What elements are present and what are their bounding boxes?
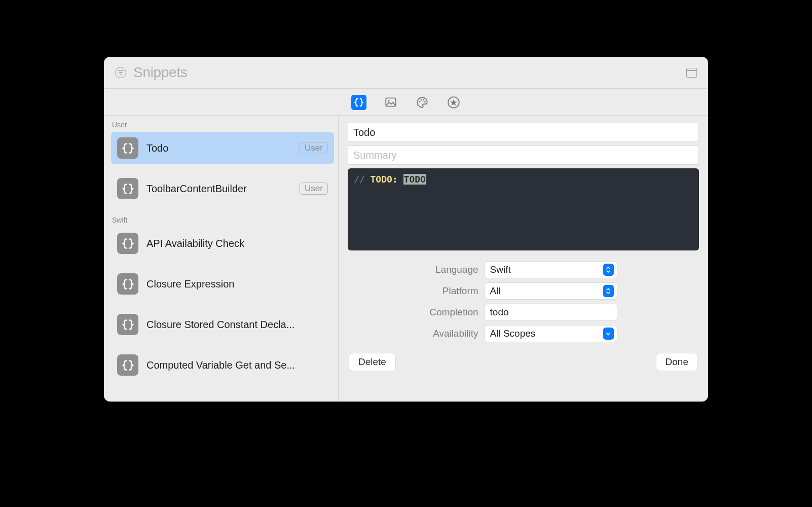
media-tab[interactable]: [384, 95, 398, 110]
chevrons-icon: [603, 285, 614, 297]
colors-tab[interactable]: [415, 95, 429, 110]
language-value: Swift: [490, 264, 511, 275]
snippet-row-closure-expression[interactable]: Closure Expression: [111, 268, 334, 300]
completion-input[interactable]: [490, 304, 614, 320]
user-badge: User: [300, 142, 328, 154]
snippet-summary-input[interactable]: [348, 146, 699, 165]
braces-icon: [117, 314, 138, 335]
chevron-down-icon: [603, 328, 614, 340]
snippet-editor: // TODO: TODO Language Swift Platform Al…: [339, 116, 708, 402]
completion-input-wrap: [485, 304, 617, 321]
snippet-row-todo[interactable]: Todo User: [111, 132, 334, 164]
platform-value: All: [490, 285, 501, 297]
window-layout-icon[interactable]: [686, 68, 697, 78]
braces-icon: [117, 273, 138, 295]
language-label: Language: [429, 264, 478, 275]
section-header-user: User: [104, 118, 338, 132]
braces-icon: [117, 137, 138, 159]
platform-label: Platform: [429, 285, 478, 297]
snippet-title: ToolbarContentBuilder: [146, 183, 291, 195]
filter-icon[interactable]: [115, 67, 126, 78]
availability-label: Availability: [429, 328, 478, 339]
braces-icon: [117, 233, 138, 254]
snippet-title: API Availability Check: [146, 238, 328, 249]
snippet-code-editor[interactable]: // TODO: TODO: [348, 168, 699, 250]
section-header-swift: Swift: [104, 213, 338, 227]
snippet-title: Computed Variable Get and Se...: [146, 359, 328, 371]
snippets-window: Snippets User Todo User: [104, 57, 708, 402]
completion-label: Completion: [429, 307, 478, 318]
platform-select[interactable]: All: [485, 282, 617, 300]
braces-icon: [117, 178, 138, 199]
library-tabbar: [104, 89, 708, 115]
window-title: Snippets: [133, 64, 188, 81]
language-select[interactable]: Swift: [485, 261, 617, 278]
availability-value: All Scopes: [490, 328, 536, 339]
snippets-sidebar[interactable]: User Todo User ToolbarContentBuilder Use…: [104, 116, 339, 402]
symbols-tab[interactable]: [447, 95, 461, 110]
braces-icon: [117, 354, 138, 376]
snippet-title-input[interactable]: [348, 123, 699, 142]
code-comment: //: [354, 174, 365, 185]
snippet-row-computed-variable[interactable]: Computed Variable Get and Se...: [111, 349, 334, 381]
titlebar: Snippets: [104, 57, 708, 88]
chevrons-icon: [603, 264, 614, 276]
snippet-row-api-availability[interactable]: API Availability Check: [111, 227, 334, 260]
snippet-title: Closure Stored Constant Decla...: [146, 319, 328, 331]
code-tag: TODO:: [371, 174, 398, 185]
delete-button[interactable]: Delete: [349, 353, 396, 371]
done-button[interactable]: Done: [656, 353, 698, 371]
snippet-title: Todo: [146, 142, 291, 154]
code-snippets-tab[interactable]: [351, 95, 366, 110]
availability-select[interactable]: All Scopes: [485, 325, 617, 342]
code-placeholder[interactable]: TODO: [403, 174, 426, 185]
snippet-row-closure-stored-constant[interactable]: Closure Stored Constant Decla...: [111, 308, 334, 341]
snippet-title: Closure Expression: [146, 278, 328, 290]
snippet-row-toolbarcontentbuilder[interactable]: ToolbarContentBuilder User: [111, 172, 334, 205]
user-badge: User: [300, 183, 328, 195]
